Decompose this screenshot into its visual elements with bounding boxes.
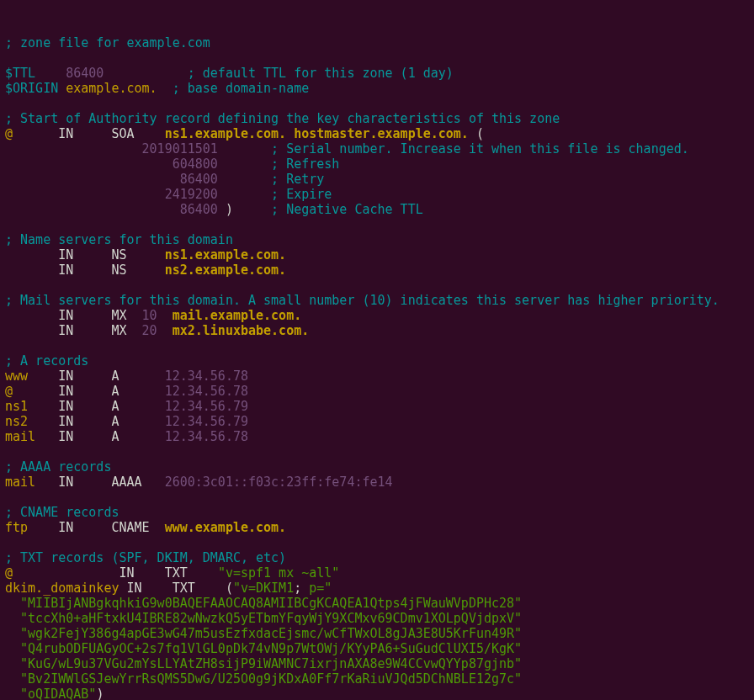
- origin-domain: example.com.: [66, 81, 157, 96]
- a-mail-ip: 12.34.56.78: [165, 429, 248, 444]
- serial-cmt: ; Serial number. Increase it when this f…: [271, 141, 689, 156]
- txt-spf-val: "v=spf1 mx ~all": [218, 565, 340, 581]
- aaaa-mail-name: mail: [5, 475, 35, 490]
- cname-ftp-type: CNAME: [111, 520, 149, 535]
- a-ns1-name: ns1: [5, 399, 28, 414]
- mx1-prio: 10: [142, 308, 157, 323]
- ns1-in: IN: [58, 247, 73, 262]
- a-mail-name: mail: [5, 429, 35, 444]
- comment-txt: ; TXT records (SPF, DKIM, DMARC, etc): [5, 550, 286, 565]
- mx2-in: IN: [58, 323, 73, 338]
- txt-spf-type: TXT: [165, 565, 188, 581]
- a-www-ip: 12.34.56.78: [165, 369, 248, 384]
- comment-ns: ; Name servers for this domain: [5, 232, 233, 247]
- cname-ftp-name: ftp: [5, 520, 28, 535]
- dkim-line-7: "oQIDAQAB": [5, 687, 96, 700]
- dkim-line-3: "wgk2FejY386g4apGE3wG47m5usEzfxdacEjsmc/…: [5, 626, 522, 641]
- refresh-cmt: ; Refresh: [271, 156, 339, 172]
- soa-type: SOA: [111, 126, 134, 141]
- ttl-directive: $TTL: [5, 66, 35, 81]
- expire-cmt: ; Expire: [271, 187, 332, 202]
- refresh-val: 604800: [173, 156, 218, 172]
- comment-a: ; A records: [5, 353, 88, 369]
- comment-mx: ; Mail servers for this domain. A small …: [5, 293, 719, 308]
- a-www-in: IN: [58, 369, 73, 384]
- aaaa-mail-ip: 2600:3c01::f03c:23ff:fe74:fe14: [165, 475, 393, 490]
- a-ns1-type: A: [111, 399, 119, 414]
- comment-zone: ; zone file for example.com: [5, 35, 210, 50]
- a-ns2-in: IN: [58, 414, 73, 429]
- mx2-type: MX: [111, 323, 126, 338]
- serial-val: 2019011501: [142, 141, 218, 156]
- comment-soa: ; Start of Authority record defining the…: [5, 111, 560, 126]
- mx1-host: mail.example.com.: [173, 308, 302, 323]
- txt-spf-in: IN: [119, 565, 134, 581]
- a-ns2-ip: 12.34.56.79: [165, 414, 248, 429]
- aaaa-mail-type: AAAA: [111, 475, 141, 490]
- expire-val: 2419200: [165, 187, 218, 202]
- txt-dkim-open: (: [226, 581, 233, 596]
- negcache-cmt: ; Negative Cache TTL: [271, 202, 423, 217]
- soa-at: @: [5, 126, 13, 141]
- dkim-line-4: "Q4rubODFUAGyOC+2s7fq1VlGL0pDk74vN9p7WtO…: [5, 641, 522, 656]
- a-ns2-type: A: [111, 414, 119, 429]
- txt-dkim-in: IN: [127, 581, 142, 596]
- mx2-prio: 20: [142, 323, 157, 338]
- soa-ns: ns1.example.com.: [165, 126, 287, 141]
- a-mail-type: A: [111, 429, 119, 444]
- aaaa-mail-in: IN: [58, 475, 73, 490]
- cname-ftp-host: www.example.com.: [165, 520, 287, 535]
- soa-open: (: [476, 126, 484, 141]
- ns2-host: ns2.example.com.: [165, 262, 287, 278]
- mx1-type: MX: [111, 308, 126, 323]
- ns1-host: ns1.example.com.: [165, 247, 287, 262]
- txt-dkim-semi: ;: [294, 581, 301, 596]
- a-mail-in: IN: [58, 429, 73, 444]
- dkim-line-5: "KuG/wL9u37VGu2mYsLLYAtZH8sijP9iWAMNC7ix…: [5, 656, 522, 671]
- dkim-close: ): [96, 687, 104, 700]
- mx2-host: mx2.linuxbabe.com.: [173, 323, 310, 338]
- mx1-in: IN: [58, 308, 73, 323]
- a-at-type: A: [111, 384, 119, 399]
- ns2-in: IN: [58, 262, 73, 278]
- a-ns2-name: ns2: [5, 414, 28, 429]
- comment-aaaa: ; AAAA records: [5, 459, 111, 475]
- soa-close: ): [226, 202, 233, 217]
- txt-dkim-type: TXT: [173, 581, 195, 596]
- origin-comment: ; base domain-name: [173, 81, 310, 96]
- comment-cname: ; CNAME records: [5, 505, 119, 520]
- ns1-type: NS: [111, 247, 126, 262]
- a-at-name: @: [5, 384, 13, 399]
- zone-file: ; zone file for example.com $TTL 86400 ;…: [5, 35, 749, 700]
- a-ns1-in: IN: [58, 399, 73, 414]
- soa-in: IN: [58, 126, 73, 141]
- ns2-type: NS: [111, 262, 126, 278]
- a-at-in: IN: [58, 384, 73, 399]
- cname-ftp-in: IN: [58, 520, 73, 535]
- ttl-value: 86400: [66, 66, 104, 81]
- txt-dkim-name: dkim._domainkey: [5, 581, 119, 596]
- a-www-name: www: [5, 369, 28, 384]
- origin-directive: $ORIGIN: [5, 81, 58, 96]
- retry-cmt: ; Retry: [271, 172, 324, 187]
- txt-dkim-p: p=": [301, 581, 332, 596]
- a-at-ip: 12.34.56.78: [165, 384, 248, 399]
- a-ns1-ip: 12.34.56.79: [165, 399, 248, 414]
- txt-dkim-prefix: "v=DKIM1: [233, 581, 294, 596]
- ttl-comment: ; default TTL for this zone (1 day): [188, 66, 454, 81]
- a-www-type: A: [111, 369, 119, 384]
- dkim-line-6: "Bv2IWWlGSJewYrrRsQMS5DwG/U25O0g9jKDxA0F…: [5, 671, 522, 687]
- dkim-line-1: "MIIBIjANBgkqhkiG9w0BAQEFAAOCAQ8AMIIBCgK…: [5, 596, 522, 611]
- soa-mail: hostmaster.example.com.: [294, 126, 469, 141]
- retry-val: 86400: [180, 172, 218, 187]
- dkim-line-2: "tccXh0+aHFtxkU4IBRE82wNwzkQ5yETbmYFqyWj…: [5, 611, 522, 626]
- txt-spf-name: @: [5, 565, 13, 581]
- negcache-val: 86400: [180, 202, 218, 217]
